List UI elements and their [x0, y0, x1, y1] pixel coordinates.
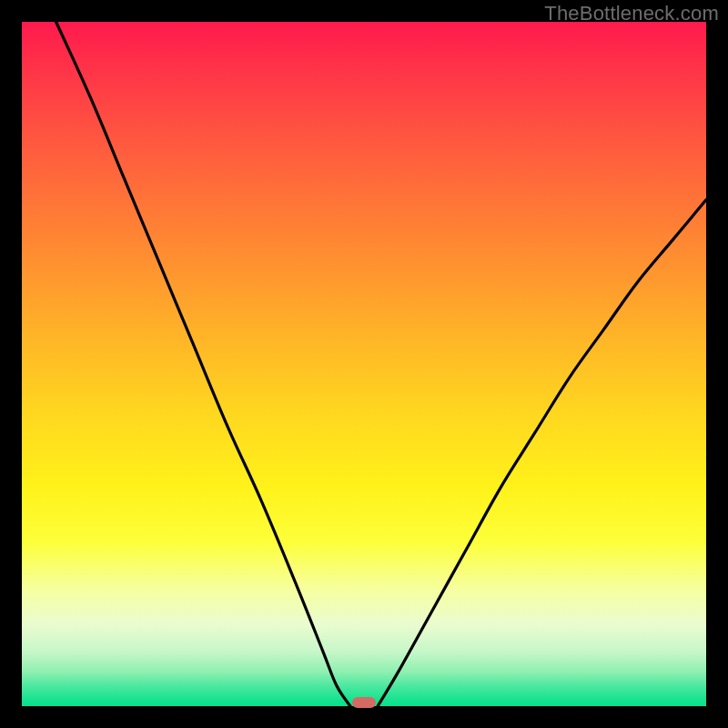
chart-plot-area [22, 22, 706, 706]
curve-right-branch [378, 200, 706, 706]
chart-frame: TheBottleneck.com [0, 0, 728, 728]
bottleneck-curve [22, 22, 706, 706]
curve-left-branch [56, 22, 350, 706]
optimum-marker [352, 697, 376, 708]
watermark-text: TheBottleneck.com [544, 2, 719, 25]
